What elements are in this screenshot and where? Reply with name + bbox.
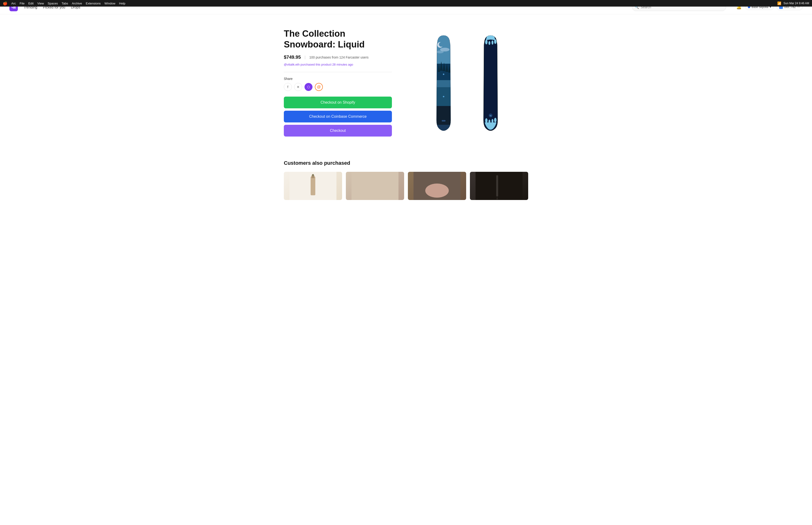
share-facebook[interactable]: f [284,83,292,91]
snowboard-left [423,33,465,132]
svg-point-15 [443,96,444,97]
also-purchased-grid [284,172,528,200]
apple-menu[interactable]: 🍎 [3,1,7,6]
product-meta: $749.95 | 100 purchases from 124 Farcast… [284,55,392,60]
product-title: The Collection Snowboard: Liquid [284,28,392,50]
card-product-4 [470,172,528,200]
svg-point-14 [443,74,444,75]
view-menu[interactable]: View [37,2,44,5]
website-content: 🛍 Trending Picked for you Drops 🔍 🔔 Base… [0,0,812,508]
share-icons: f ✕ ⬡ @ [284,83,392,91]
svg-rect-16 [442,120,445,121]
svg-point-18 [489,41,490,45]
svg-rect-12 [436,106,451,125]
svg-rect-13 [436,80,451,87]
archive-menu[interactable]: Archive [72,2,82,5]
checkout-coinbase-button[interactable]: Checkout on Coinbase Commerce [284,111,392,122]
also-purchased-card-1[interactable] [284,172,342,200]
snowboard-container: liquid 🛍 [423,33,512,132]
svg-point-24 [491,119,493,123]
checkout-shopify-button[interactable]: Checkout on Shopify [284,96,392,108]
card-product-3 [408,172,466,200]
svg-point-22 [485,118,488,123]
meta-divider: | [305,55,305,59]
svg-rect-36 [496,175,498,196]
clock: Sun Mar 24 9:46 AM [784,2,809,5]
share-label: Share [284,77,392,80]
svg-point-25 [494,118,496,122]
checkout-button[interactable]: Checkout [284,125,392,137]
also-purchased-card-2[interactable] [346,172,404,200]
product-purchases: 100 purchases from 124 Farcaster users [309,56,368,59]
product-section: The Collection Snowboard: Liquid $749.95… [265,14,547,151]
svg-point-17 [485,40,488,44]
file-menu[interactable]: File [20,2,25,5]
facebook-icon: f [287,85,288,89]
product-info: The Collection Snowboard: Liquid $749.95… [284,28,392,137]
svg-rect-31 [312,174,314,176]
svg-point-4 [436,50,444,53]
social-proof[interactable]: @vitalik.eth purchased this product 28 m… [284,63,392,66]
svg-rect-35 [476,172,523,200]
tabs-menu[interactable]: Tabs [62,2,68,5]
product-divider [284,72,392,72]
arc-menu[interactable]: Arc [11,2,16,5]
edit-menu[interactable]: Edit [28,2,33,5]
share-at[interactable]: @ [315,83,323,91]
farcaster-icon: ⬡ [307,85,310,89]
svg-rect-32 [352,172,398,200]
menubar: 🍎 Arc File Edit View Spaces Tabs Archive… [0,0,812,6]
also-purchased-section: Customers also purchased [265,151,547,209]
svg-point-34 [425,183,449,198]
share-twitter[interactable]: ✕ [294,83,302,91]
card-product-2 [346,172,404,200]
svg-point-23 [489,120,490,123]
svg-point-20 [494,39,496,44]
product-price: $749.95 [284,55,301,60]
svg-text:liquid: liquid [498,67,512,103]
share-farcaster[interactable]: ⬡ [305,83,312,91]
spaces-menu[interactable]: Spaces [48,2,58,5]
extensions-menu[interactable]: Extensions [86,2,101,5]
also-purchased-card-3[interactable] [408,172,466,200]
at-icon: @ [317,85,321,89]
product-images: liquid 🛍 [406,28,528,137]
help-menu[interactable]: Help [119,2,125,5]
svg-text:🛍: 🛍 [490,115,491,117]
card-product-1 [284,172,342,200]
twitter-x-icon: ✕ [297,85,300,89]
also-purchased-title: Customers also purchased [284,160,528,166]
wifi-icon[interactable]: 📶 [777,1,781,5]
svg-point-19 [491,41,493,45]
checkout-buttons: Checkout on Shopify Checkout on Coinbase… [284,96,392,137]
svg-rect-29 [311,177,315,195]
window-menu[interactable]: Window [105,2,116,5]
svg-point-2 [439,42,444,47]
snowboard-right: liquid 🛍 [470,33,512,132]
also-purchased-card-4[interactable] [470,172,528,200]
